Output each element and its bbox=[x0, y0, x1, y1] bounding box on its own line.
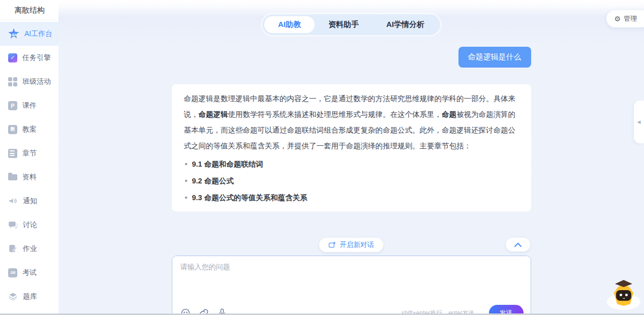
gear-icon: ⚙ bbox=[614, 15, 621, 22]
discussion-icon bbox=[8, 220, 18, 230]
sidebar-item-discussion[interactable]: 讨论 bbox=[0, 213, 58, 237]
sidebar-item-homework[interactable]: 作业 bbox=[0, 237, 58, 261]
tabbar-wrap: AI助教 资料助手 AI学情分析 bbox=[58, 0, 644, 35]
chapter-bullet: 9.2 命题公式 bbox=[184, 173, 519, 190]
sidebar: 离散结构 AI AI工作台 ✓ 任务引擎 班级活动 P 课件 教 教案 章节 资… bbox=[0, 0, 58, 315]
task-engine-icon: ✓ bbox=[8, 53, 17, 62]
ai-response-card: 命题逻辑是数理逻辑中最基本的内容之一，它是通过数学的方法研究思维规律的学科的一部… bbox=[172, 84, 531, 211]
chapter-bullet: 9.3 命题公式的等值关系和蕴含关系 bbox=[184, 190, 519, 206]
exam-icon: 100 bbox=[8, 268, 17, 277]
chevron-left-icon: ◀ bbox=[637, 119, 641, 124]
sidebar-item-label: 作业 bbox=[23, 244, 37, 254]
sidebar-item-label: 通知 bbox=[23, 197, 37, 206]
sidebar-item-notice[interactable]: 通知 bbox=[0, 189, 58, 213]
new-chat-icon bbox=[328, 241, 336, 249]
sidebar-item-ai-workspace[interactable]: AI AI工作台 bbox=[0, 22, 58, 46]
question-bank-icon bbox=[8, 292, 18, 301]
sidebar-item-label: 教案 bbox=[22, 125, 37, 134]
tabbar: AI助教 资料助手 AI学情分析 bbox=[262, 14, 440, 35]
mascot-face bbox=[616, 290, 631, 301]
ai-response-paragraph: 命题逻辑是数理逻辑中最基本的内容之一，它是通过数学的方法研究思维规律的学科的一部… bbox=[184, 91, 519, 154]
sidebar-item-label: 题库 bbox=[23, 292, 37, 301]
sidebar-item-task-engine[interactable]: ✓ 任务引擎 bbox=[0, 46, 58, 70]
user-message-row: 命题逻辑是什么 bbox=[172, 47, 531, 68]
chevron-up-icon bbox=[514, 242, 522, 247]
materials-icon bbox=[8, 174, 17, 180]
class-activity-icon bbox=[8, 77, 17, 86]
sidebar-item-label: 班级活动 bbox=[22, 77, 51, 86]
chapter-list: 9.1 命题和命题联结词 9.2 命题公式 9.3 命题公式的等值关系和蕴含关系 bbox=[184, 156, 519, 206]
sidebar-item-courseware[interactable]: P 课件 bbox=[0, 93, 58, 117]
new-chat-button[interactable]: 开启新对话 bbox=[319, 238, 383, 252]
tab-ai-assistant[interactable]: AI助教 bbox=[264, 16, 315, 33]
new-chat-label: 开启新对话 bbox=[340, 240, 374, 249]
sidebar-item-materials[interactable]: 资料 bbox=[0, 165, 58, 189]
graduation-cap-icon bbox=[615, 280, 632, 287]
homework-icon bbox=[8, 244, 18, 254]
right-drawer-handle[interactable]: ◀ bbox=[634, 101, 644, 143]
app-window: 离散结构 AI AI工作台 ✓ 任务引擎 班级活动 P 课件 教 教案 章节 资… bbox=[0, 0, 644, 315]
collapse-chat-button[interactable] bbox=[506, 238, 530, 251]
sidebar-item-lesson-plan[interactable]: 教 教案 bbox=[0, 117, 58, 141]
course-title: 离散结构 bbox=[0, 0, 58, 20]
chat-column: 命题逻辑是什么 命题逻辑是数理逻辑中最基本的内容之一，它是通过数学的方法研究思维… bbox=[172, 47, 531, 315]
chat-controls-row: 开启新对话 bbox=[172, 238, 531, 252]
notice-icon bbox=[8, 196, 18, 206]
sidebar-item-label: 章节 bbox=[22, 149, 37, 158]
user-message-bubble: 命题逻辑是什么 bbox=[458, 47, 531, 68]
sidebar-item-label: 考试 bbox=[22, 268, 37, 277]
sidebar-item-label: 讨论 bbox=[23, 220, 37, 230]
sidebar-item-label: 任务引擎 bbox=[22, 53, 51, 62]
sidebar-item-chapters[interactable]: 章节 bbox=[0, 141, 58, 165]
sidebar-item-label: AI工作台 bbox=[24, 29, 52, 39]
sidebar-item-label: 资料 bbox=[22, 173, 37, 182]
tab-material-helper[interactable]: 资料助手 bbox=[315, 16, 373, 33]
chapter-bullet: 9.1 命题和命题联结词 bbox=[184, 156, 519, 173]
manage-label: 管理 bbox=[624, 14, 637, 23]
chapters-icon bbox=[8, 149, 17, 158]
manage-button[interactable]: ⚙ 管理 bbox=[606, 10, 644, 27]
question-input[interactable] bbox=[172, 256, 531, 302]
assistant-mascot[interactable] bbox=[606, 280, 641, 310]
main-area: AI助教 资料助手 AI学情分析 ⚙ 管理 命题逻辑是什么 命题逻辑是数理逻辑中… bbox=[58, 0, 644, 315]
courseware-icon: P bbox=[8, 101, 17, 110]
composer: shift+enter换行，enter发送 发送 bbox=[172, 256, 531, 315]
sidebar-item-class-activity[interactable]: 班级活动 bbox=[0, 70, 58, 93]
sidebar-item-exam[interactable]: 100 考试 bbox=[0, 261, 58, 285]
ai-star-icon: AI bbox=[8, 28, 19, 40]
sidebar-item-question-bank[interactable]: 题库 bbox=[0, 285, 58, 308]
tab-ai-learning-analysis[interactable]: AI学情分析 bbox=[373, 16, 438, 33]
sidebar-item-label: 课件 bbox=[22, 101, 37, 110]
lesson-plan-icon: 教 bbox=[8, 125, 17, 134]
